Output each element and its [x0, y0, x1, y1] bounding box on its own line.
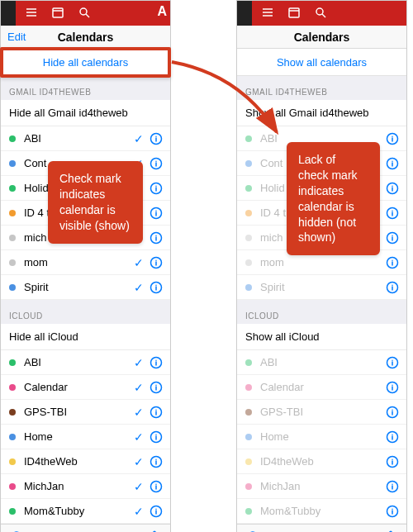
info-icon[interactable]: [149, 255, 164, 270]
toggle-all-button[interactable]: Show all calendars: [237, 49, 406, 76]
calendar-row[interactable]: MichJan: [237, 474, 406, 499]
bottom-toolbar: [237, 524, 406, 532]
calendar-color-dot: [9, 434, 16, 440]
calendar-row[interactable]: ID4theWeb: [237, 449, 406, 474]
toggle-all-label: Show all calendars: [277, 56, 367, 69]
info-icon[interactable]: [385, 504, 400, 519]
calendar-row[interactable]: Mom&Tubby: [237, 499, 406, 524]
calendar-color-dot: [245, 210, 252, 216]
info-icon[interactable]: [149, 430, 164, 444]
info-icon[interactable]: [149, 405, 164, 420]
calendar-color-dot: [9, 359, 16, 366]
checkmark-icon: ✓: [132, 455, 145, 468]
calendar-label: GPS-TBI: [24, 406, 132, 418]
share-icon[interactable]: [383, 529, 398, 533]
menu-icon[interactable]: [260, 5, 275, 20]
annotation-text-right: Lack of check mark indicates calendar is…: [298, 153, 358, 244]
info-icon[interactable]: [385, 380, 400, 395]
calendar-row[interactable]: GPS-TBI✓: [1, 400, 170, 425]
calendar-label: ID4theWeb: [24, 455, 132, 468]
calendar-row[interactable]: Spirit✓: [1, 275, 170, 300]
checkmark-icon: ✓: [132, 256, 145, 269]
menu-icon[interactable]: [24, 5, 39, 20]
modal-header: Calendars: [237, 26, 406, 49]
refresh-icon[interactable]: [9, 529, 24, 533]
calendar-icon[interactable]: [287, 5, 301, 20]
share-icon[interactable]: [147, 529, 162, 533]
info-icon[interactable]: [385, 255, 400, 270]
info-icon[interactable]: [385, 405, 400, 420]
info-icon[interactable]: [385, 230, 400, 245]
info-icon[interactable]: [149, 355, 164, 370]
app-topbar: A: [1, 1, 170, 26]
group-toggle-button[interactable]: Hide all iCloud: [1, 324, 170, 350]
checkmark-icon: ✓: [132, 132, 145, 145]
modal-header: Edit Calendars: [1, 26, 170, 49]
info-icon[interactable]: [385, 430, 400, 444]
calendar-row[interactable]: Calendar: [237, 375, 406, 400]
info-icon[interactable]: [149, 454, 164, 469]
calendar-color-dot: [9, 284, 16, 291]
calendar-color-dot: [245, 359, 252, 366]
calendar-row[interactable]: ABI✓: [1, 350, 170, 375]
info-icon[interactable]: [385, 454, 400, 469]
calendar-row[interactable]: MichJan✓: [1, 474, 170, 499]
bottom-toolbar: [1, 524, 170, 532]
checkmark-icon: ✓: [132, 505, 145, 518]
info-icon[interactable]: [149, 504, 164, 519]
calendar-row[interactable]: Spirit: [237, 275, 406, 300]
calendar-color-dot: [9, 409, 16, 416]
calendar-label: ABI: [260, 356, 368, 368]
info-icon[interactable]: [149, 131, 164, 146]
calendar-color-dot: [9, 160, 16, 167]
refresh-icon[interactable]: [245, 529, 260, 533]
calendar-color-dot: [245, 508, 252, 515]
search-icon[interactable]: [77, 5, 92, 20]
calendar-label: Mom&Tubby: [24, 505, 132, 517]
calendar-icon[interactable]: [50, 5, 65, 20]
info-icon[interactable]: [385, 181, 400, 196]
calendar-row[interactable]: Calendar✓: [1, 375, 170, 400]
calendar-color-dot: [9, 135, 16, 142]
calendar-label: MichJan: [260, 480, 368, 492]
info-icon[interactable]: [149, 230, 164, 245]
group-header: ICLOUD: [237, 300, 406, 324]
search-icon[interactable]: [313, 5, 328, 20]
info-icon[interactable]: [149, 280, 164, 295]
calendar-row[interactable]: ID4theWeb✓: [1, 449, 170, 474]
calendar-color-dot: [9, 210, 16, 216]
calendar-row[interactable]: Home✓: [1, 425, 170, 449]
info-icon[interactable]: [149, 380, 164, 395]
group-toggle-button[interactable]: Show all iCloud: [237, 324, 406, 350]
edit-button[interactable]: Edit: [7, 31, 26, 43]
calendar-row[interactable]: GPS-TBI: [237, 400, 406, 425]
info-icon[interactable]: [385, 280, 400, 295]
info-icon[interactable]: [385, 479, 400, 494]
calendar-label: ABI: [24, 132, 132, 145]
svg-rect-0: [53, 8, 63, 17]
calendar-label: Spirit: [24, 281, 132, 293]
info-icon[interactable]: [385, 355, 400, 370]
info-icon[interactable]: [149, 206, 164, 221]
calendar-label: ID4theWeb: [260, 455, 368, 468]
checkmark-icon: ✓: [132, 406, 145, 419]
calendar-row[interactable]: Mom&Tubby✓: [1, 499, 170, 524]
calendar-row[interactable]: ABI: [237, 350, 406, 375]
checkmark-icon: ✓: [132, 381, 145, 394]
group-toggle-button[interactable]: Show all Gmail id4theweb: [237, 100, 406, 126]
calendar-label: Calendar: [24, 381, 132, 393]
info-icon[interactable]: [149, 479, 164, 494]
calendar-row[interactable]: mom✓: [1, 250, 170, 275]
calendar-row[interactable]: Home: [237, 425, 406, 449]
info-icon[interactable]: [385, 156, 400, 171]
group-header: GMAIL ID4THEWEB: [237, 76, 406, 100]
info-icon[interactable]: [385, 206, 400, 221]
info-icon[interactable]: [385, 131, 400, 146]
svg-point-1: [80, 8, 87, 15]
calendar-groups-left: GMAIL ID4THEWEBHide all Gmail id4thewebA…: [1, 76, 170, 524]
info-icon[interactable]: [149, 156, 164, 171]
group-toggle-button[interactable]: Hide all Gmail id4theweb: [1, 100, 170, 126]
calendar-color-dot: [245, 259, 252, 266]
calendar-row[interactable]: ABI✓: [1, 126, 170, 151]
info-icon[interactable]: [149, 181, 164, 196]
